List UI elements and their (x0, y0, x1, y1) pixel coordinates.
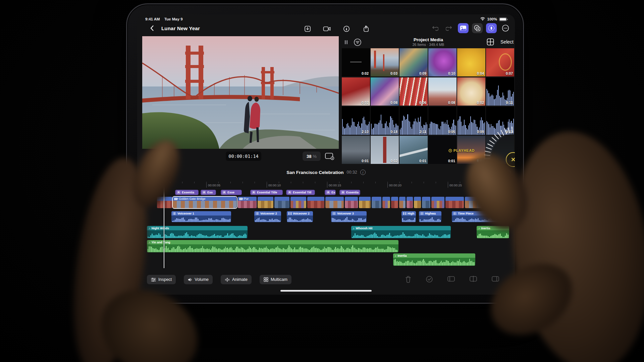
media-item[interactable]: 0:10 (428, 48, 457, 76)
media-item-duration: 0:02 (362, 101, 369, 105)
title-clip[interactable]: AEss (201, 190, 216, 195)
video-clip[interactable]: Golden Gate Bridge (173, 197, 237, 208)
media-item[interactable]: 0:07 (486, 48, 514, 76)
import-media-button[interactable] (302, 24, 313, 34)
video-clip[interactable] (325, 197, 344, 208)
video-clip[interactable] (382, 197, 390, 208)
back-button[interactable] (149, 24, 157, 33)
video-clip[interactable] (274, 197, 290, 208)
media-item[interactable]: 0:01 (342, 136, 370, 164)
video-clip[interactable] (445, 197, 464, 208)
home-indicator[interactable] (280, 290, 372, 292)
video-clip[interactable] (422, 197, 431, 208)
pencil-tool-button[interactable] (341, 24, 352, 34)
title-clip[interactable]: AEssential Titl (286, 190, 315, 195)
media-item[interactable]: 0:02 (342, 48, 370, 76)
toolbar-button-volume[interactable]: Volume (184, 275, 213, 284)
voiceover-clip[interactable]: Voiceover 2 (254, 211, 281, 222)
video-clip[interactable] (414, 197, 421, 208)
toolbar-button-inspect[interactable]: Inspect (147, 275, 176, 284)
grid-view-icon[interactable] (486, 38, 494, 46)
video-clip-name-strip (391, 197, 398, 201)
media-item[interactable]: 0:09 (399, 48, 428, 76)
media-item[interactable]: 0:04 (457, 48, 485, 76)
voiceover-clip[interactable]: Voiceover 2 (287, 211, 313, 222)
video-clip[interactable] (391, 197, 398, 208)
title-clip[interactable]: AEs (325, 190, 336, 195)
media-item[interactable]: 0:11 (486, 77, 514, 106)
media-item[interactable]: 0:08 (428, 77, 457, 106)
project-info-button[interactable]: i (360, 170, 366, 175)
media-item[interactable]: 0:02 (342, 77, 370, 106)
media-item[interactable]: 0:18 (371, 107, 399, 135)
more-options-button[interactable] (500, 23, 511, 33)
video-preview[interactable] (142, 36, 339, 149)
video-clip[interactable] (345, 197, 358, 208)
media-item[interactable]: 0:02 (457, 77, 485, 106)
share-button[interactable] (361, 24, 371, 34)
title-clip-label: Essential Titl (293, 191, 311, 194)
select-button[interactable]: Select (500, 39, 514, 45)
audio-waveform-icon (453, 212, 457, 215)
record-video-button[interactable] (322, 24, 332, 34)
animate-icon (225, 278, 230, 282)
video-clip[interactable] (431, 197, 445, 208)
video-clip[interactable] (359, 197, 371, 208)
media-item[interactable]: 2:11 (399, 107, 428, 135)
music-clip-name: ♪Yin and Yang (147, 240, 398, 244)
media-item[interactable]: 0:08 (371, 77, 399, 106)
media-item[interactable]: 0:06 (399, 77, 428, 106)
preview-frame-golden-gate (142, 36, 339, 149)
media-item[interactable]: 0:02 (371, 136, 399, 164)
video-clip-name-strip (290, 197, 306, 201)
voiceover-clip[interactable]: Highwa (419, 211, 441, 222)
video-clip[interactable] (399, 197, 406, 208)
jog-wheel-button[interactable] (486, 23, 497, 33)
title-badge-icon: A (326, 191, 330, 194)
video-clip-thumbnails (345, 201, 358, 208)
delete-clip-icon[interactable] (405, 276, 412, 283)
title-clip[interactable]: AEssential Title (250, 190, 283, 195)
enable-clip-icon[interactable] (426, 276, 433, 283)
voiceover-clip[interactable]: High (401, 211, 416, 222)
blade-split-icon[interactable] (469, 276, 477, 282)
music-clip[interactable]: ♪Inertia (393, 253, 475, 266)
media-item[interactable]: 0:03 (371, 48, 399, 76)
toolbar-button-multicam[interactable]: Multicam (260, 275, 291, 284)
video-clip-name-strip (372, 197, 381, 201)
media-item[interactable]: 0:01 (399, 136, 428, 164)
video-clip[interactable] (307, 197, 325, 208)
voiceover-clip[interactable]: Voiceover 3 (331, 211, 367, 222)
media-browser-button[interactable] (458, 23, 469, 33)
timeline-ruler[interactable]: 00:00:0500:00:1000:00:1500:00:2000:00:25 (137, 182, 515, 188)
zoom-level-control[interactable]: 38 % (303, 152, 321, 161)
video-clip[interactable] (407, 197, 413, 208)
undo-button[interactable] (430, 23, 440, 33)
redo-button[interactable] (444, 23, 454, 33)
timecode-display[interactable]: 00:00:01:14 (226, 152, 261, 161)
viewer-display-options-button[interactable] (324, 152, 336, 161)
toolbar-button-animate[interactable]: Animate (221, 275, 252, 284)
music-clip[interactable]: ♪Yin and Yang (147, 240, 398, 252)
audio-waveform-icon (403, 212, 406, 215)
voiceover-clip[interactable]: Voiceover 1 (171, 211, 231, 222)
trim-end-icon[interactable] (491, 276, 499, 282)
video-clip-thumbnails (445, 201, 464, 208)
title-clip[interactable]: AEssentia (175, 190, 199, 195)
title-badge-icon: A (177, 191, 180, 194)
sound-effect-clip[interactable]: ♪Whoosh Hit (351, 226, 451, 238)
video-clip-thumbnails (290, 201, 306, 208)
video-clip-thumbnails (414, 201, 421, 208)
titles-effects-button[interactable] (472, 23, 483, 33)
title-clip[interactable]: AEsse (221, 190, 242, 195)
video-clip[interactable] (258, 197, 274, 208)
trim-start-icon[interactable] (447, 276, 455, 282)
sound-effect-clip[interactable]: ♪Night Winds (147, 226, 248, 238)
media-item[interactable]: 2:10 (342, 107, 370, 135)
video-clip[interactable] (290, 197, 307, 208)
video-clip[interactable] (372, 197, 382, 208)
browser-header: Project Media 26 Items · 349.4 MB Select (342, 37, 515, 49)
title-clip[interactable]: AEssentia (339, 190, 360, 195)
video-clip[interactable]: Pur (238, 197, 257, 208)
media-item[interactable]: 0:05 (428, 107, 457, 135)
